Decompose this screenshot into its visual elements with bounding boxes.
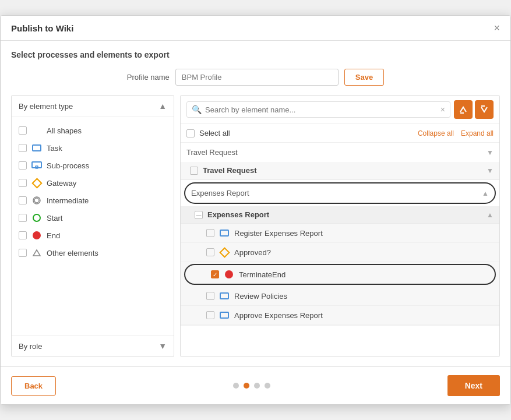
task-label: Task <box>47 144 62 153</box>
element-item-other[interactable]: Other elements <box>12 244 174 262</box>
element-item-all-shapes[interactable]: All shapes <box>12 122 174 139</box>
end-checkbox[interactable] <box>19 231 27 239</box>
element-item-end[interactable]: End <box>12 227 174 244</box>
expenses-report-subheader: Expenses Report ▲ <box>181 206 499 224</box>
tree-item-approve-expenses[interactable]: Approve Expenses Report <box>181 306 499 325</box>
travel-request-checkbox[interactable] <box>190 167 198 175</box>
svg-rect-0 <box>32 162 41 168</box>
collapse-all-button[interactable]: Collapse all <box>418 129 454 137</box>
dialog-title: Publish to Wiki <box>11 23 73 33</box>
search-container: 🔍 × <box>186 101 450 118</box>
end-label: End <box>47 231 60 240</box>
profile-label: Profile name <box>127 73 170 82</box>
approved-checkbox[interactable] <box>206 248 214 256</box>
expenses-report-sub-checkbox[interactable] <box>195 211 203 219</box>
expenses-report-chevron-up: ▲ <box>482 189 489 197</box>
select-all-left: Select all <box>186 129 230 137</box>
gateway-checkbox[interactable] <box>19 179 27 187</box>
element-item-start[interactable]: Start <box>12 209 174 227</box>
publish-to-wiki-dialog: Publish to Wiki × Select processes and e… <box>0 15 511 405</box>
save-button[interactable]: Save <box>344 69 384 86</box>
tree-group-expenses-report: Expenses Report ▲ Expenses Report ▲ <box>181 182 499 326</box>
expenses-report-group-title: Expenses Report <box>191 189 249 197</box>
dot-3 <box>254 383 260 389</box>
other-icon <box>31 248 42 258</box>
intermediate-checkbox[interactable] <box>19 196 27 204</box>
sort-ascending-button[interactable] <box>454 100 473 119</box>
dialog-body: Select processes and elements to export … <box>1 41 510 366</box>
gateway-label: Gateway <box>47 179 76 188</box>
travel-request-items: Travel Request ▼ <box>181 162 499 179</box>
select-all-checkbox[interactable] <box>186 129 195 137</box>
all-shapes-checkbox[interactable] <box>19 126 27 135</box>
next-button[interactable]: Next <box>447 375 500 396</box>
chevron-down-icon: ▼ <box>158 341 167 351</box>
expenses-report-items: Expenses Report ▲ Register Expenses <box>181 206 499 325</box>
intermediate-label: Intermediate <box>47 196 89 205</box>
element-item-intermediate[interactable]: Intermediate <box>12 192 174 209</box>
tree-item-review-policies[interactable]: Review Policies <box>181 287 499 306</box>
sort-descending-button[interactable] <box>475 100 494 119</box>
subprocess-checkbox[interactable] <box>19 161 27 170</box>
subprocess-label: Sub-process <box>47 161 89 170</box>
by-role-footer[interactable]: By role ▼ <box>12 335 174 357</box>
review-policies-checkbox[interactable] <box>206 292 214 300</box>
expand-all-button[interactable]: Expand all <box>461 129 494 137</box>
close-button[interactable]: × <box>494 23 500 33</box>
search-icon: 🔍 <box>192 105 202 114</box>
dialog-footer: Back Next <box>1 366 510 404</box>
approve-expenses-label: Approve Expenses Report <box>234 311 323 320</box>
subtitle: Select processes and elements to export <box>11 50 500 59</box>
gateway-icon <box>31 178 42 188</box>
register-expenses-checkbox[interactable] <box>206 229 214 237</box>
tree-item-approved[interactable]: Approved? <box>181 243 499 262</box>
tree-scroll[interactable]: Travel Request ▼ Travel Request ▼ <box>181 143 499 357</box>
subprocess-icon <box>31 160 42 171</box>
register-expenses-label: Register Expenses Report <box>234 229 323 238</box>
element-list: All shapes Task <box>12 117 174 335</box>
travel-request-group-title: Travel Request <box>186 148 238 157</box>
svg-marker-4 <box>33 250 40 256</box>
element-item-task[interactable]: Task <box>12 139 174 157</box>
end-icon <box>31 230 42 241</box>
element-type-header[interactable]: By element type ▲ <box>12 96 174 117</box>
travel-request-chevron-down: ▼ <box>487 149 494 157</box>
profile-name-input[interactable] <box>175 69 339 86</box>
register-expenses-task-icon <box>219 228 230 238</box>
approved-label: Approved? <box>234 248 271 257</box>
start-label: Start <box>47 214 62 223</box>
intermediate-icon <box>31 195 42 206</box>
task-checkbox[interactable] <box>19 144 27 152</box>
dot-4 <box>265 383 270 389</box>
sort-buttons <box>454 100 494 119</box>
tree-group-header-expenses-report[interactable]: Expenses Report ▲ <box>184 182 496 204</box>
tree-item-travel-request[interactable]: Travel Request ▼ <box>181 162 499 179</box>
element-item-gateway[interactable]: Gateway <box>12 174 174 192</box>
profile-row: Profile name Save <box>11 69 500 86</box>
tree-item-register-expenses[interactable]: Register Expenses Report <box>181 224 499 243</box>
dot-2 <box>244 383 249 389</box>
clear-search-icon[interactable]: × <box>440 105 445 114</box>
dot-1 <box>233 383 239 389</box>
main-content: By element type ▲ All shapes <box>11 95 500 357</box>
terminate-end-checkbox[interactable] <box>211 270 219 278</box>
tree-group-travel-request: Travel Request ▼ Travel Request ▼ <box>181 143 499 180</box>
tree-item-terminate-end[interactable]: TerminateEnd <box>184 264 496 285</box>
tree-group-header-travel-request[interactable]: Travel Request ▼ <box>181 143 499 162</box>
start-checkbox[interactable] <box>19 214 27 222</box>
select-all-label: Select all <box>199 129 230 137</box>
other-checkbox[interactable] <box>19 249 27 257</box>
search-sort-row: 🔍 × <box>181 96 499 124</box>
svg-point-3 <box>34 198 39 203</box>
element-type-label: By element type <box>19 102 73 111</box>
all-shapes-icon <box>31 125 42 136</box>
back-button[interactable]: Back <box>11 376 56 396</box>
expenses-report-sub-chevron: ▲ <box>487 211 494 219</box>
start-icon <box>31 213 42 223</box>
approved-gateway-icon <box>219 247 230 257</box>
right-panel: 🔍 × <box>180 95 500 357</box>
element-item-subprocess[interactable]: Sub-process <box>12 157 174 174</box>
approve-expenses-checkbox[interactable] <box>206 311 214 319</box>
search-input[interactable] <box>205 105 437 114</box>
collapse-expand-controls: Collapse all Expand all <box>418 129 494 137</box>
